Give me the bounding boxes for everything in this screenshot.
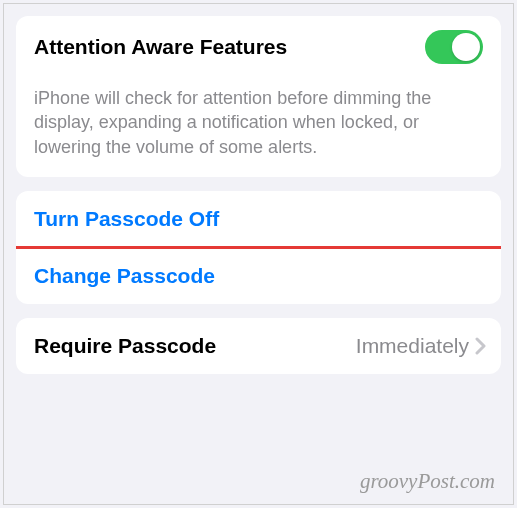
require-passcode-value-wrap: Immediately bbox=[356, 334, 487, 358]
change-passcode-button[interactable]: Change Passcode bbox=[16, 248, 501, 304]
chevron-right-icon bbox=[475, 337, 487, 355]
attention-aware-title: Attention Aware Features bbox=[34, 35, 287, 59]
require-passcode-section: Require Passcode Immediately bbox=[16, 318, 501, 374]
passcode-section: Turn Passcode Off Change Passcode bbox=[16, 191, 501, 304]
attention-aware-section: Attention Aware Features iPhone will che… bbox=[16, 16, 501, 177]
watermark: groovyPost.com bbox=[360, 469, 495, 494]
attention-aware-toggle[interactable] bbox=[425, 30, 483, 64]
attention-aware-description: iPhone will check for attention before d… bbox=[16, 78, 501, 177]
attention-aware-row: Attention Aware Features bbox=[16, 16, 501, 78]
require-passcode-value: Immediately bbox=[356, 334, 469, 358]
require-passcode-label: Require Passcode bbox=[34, 334, 216, 358]
turn-passcode-off-button[interactable]: Turn Passcode Off bbox=[16, 191, 501, 247]
require-passcode-row[interactable]: Require Passcode Immediately bbox=[16, 318, 501, 374]
toggle-knob bbox=[452, 33, 480, 61]
